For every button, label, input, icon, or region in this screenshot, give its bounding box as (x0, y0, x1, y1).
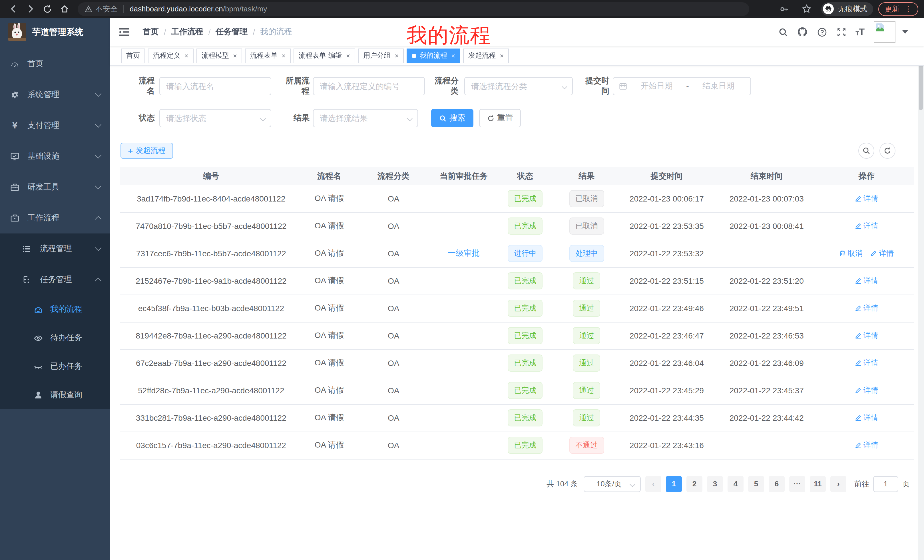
tab[interactable]: 流程模型 × (196, 48, 242, 63)
result-badge: 通过 (573, 409, 600, 427)
tab-close-icon[interactable]: × (394, 52, 399, 60)
gear-icon (10, 90, 20, 99)
search-icon (439, 114, 447, 122)
page-list: 1 2 3 4 5 6 ··· (666, 476, 826, 492)
tab-close-icon[interactable]: × (233, 52, 237, 60)
detail-link[interactable]: 详情 (855, 331, 878, 341)
process-id: ec45f38f-7b9a-11ec-b03b-acde48001122 (120, 295, 302, 322)
detail-link[interactable]: 详情 (855, 221, 878, 231)
page-button[interactable]: 3 (707, 476, 723, 492)
tab-close-icon[interactable]: × (346, 52, 350, 60)
detail-link[interactable]: 详情 (855, 358, 878, 368)
reload-icon[interactable] (40, 1, 55, 16)
process-name: OA 请假 (302, 377, 356, 404)
github-icon[interactable] (797, 27, 807, 37)
show-search-button[interactable] (858, 143, 874, 159)
tab[interactable]: 流程定义 × (148, 48, 194, 63)
page-button[interactable]: 11 (810, 476, 826, 492)
detail-link[interactable]: 详情 (871, 248, 894, 259)
sidebar-item-payment[interactable]: ¥ 支付管理 (0, 110, 110, 141)
date-range-picker[interactable]: 开始日期 - 结束日期 (613, 77, 751, 95)
current-task-link[interactable]: 一级审批 (448, 248, 480, 258)
tab-close-icon[interactable]: × (451, 52, 455, 60)
process-id: 03c6c157-7b9a-11ec-a290-acde48001122 (120, 431, 302, 459)
home-icon[interactable] (57, 1, 72, 16)
reset-button[interactable]: 重置 (479, 109, 521, 127)
page-button[interactable]: 1 (666, 476, 682, 492)
detail-link[interactable]: 详情 (855, 276, 878, 286)
bookmark-star-icon[interactable] (799, 1, 814, 16)
browser-update-button[interactable]: 更新 ⋮ (878, 2, 918, 16)
prev-page-button[interactable]: ‹ (645, 476, 661, 492)
browser-menu-icon[interactable]: ⋮ (904, 5, 912, 13)
goto-page-input[interactable] (873, 476, 898, 492)
password-key-icon[interactable] (777, 1, 792, 16)
chevron-down-icon (95, 245, 102, 251)
sidebar-item-system[interactable]: 系统管理 (0, 79, 110, 110)
url-separator (123, 5, 124, 13)
url-bar[interactable]: 不安全 dashboard.yudao.iocoder.cn/bpm/task/… (78, 2, 749, 16)
sidebar-item-done-tasks[interactable]: 已办任务 (0, 352, 110, 381)
sidebar-collapse-icon[interactable] (118, 26, 130, 38)
sidebar-item-workflow[interactable]: 工作流程 (0, 203, 110, 234)
result-badge: 通过 (573, 300, 600, 317)
edit-icon (855, 387, 862, 394)
sidebar-item-my-process[interactable]: 我的流程 (0, 295, 110, 324)
end-time: 2022-01-23 00:07:03 (714, 185, 819, 213)
status-select[interactable] (160, 109, 271, 127)
avatar[interactable] (874, 21, 896, 43)
detail-link[interactable]: 详情 (855, 303, 878, 313)
sidebar-item-todo-tasks[interactable]: 待办任务 (0, 324, 110, 352)
sidebar-item-leave-query[interactable]: 请假查询 (0, 381, 110, 409)
sidebar-item-devtools[interactable]: 研发工具 (0, 172, 110, 203)
tab[interactable]: 流程表单 × (245, 48, 291, 63)
tab-close-icon[interactable]: × (282, 52, 285, 60)
fullscreen-icon[interactable] (836, 27, 846, 37)
detail-link[interactable]: 详情 (855, 440, 878, 451)
sidebar-item-task-mgmt[interactable]: 任务管理 (0, 264, 110, 295)
tab[interactable]: 我的流程 × (406, 48, 460, 63)
page-button[interactable]: 4 (728, 476, 744, 492)
tab[interactable]: 流程表单-编辑 × (294, 48, 355, 63)
process-definition-input[interactable] (314, 78, 424, 95)
tab-close-icon[interactable]: × (500, 52, 504, 60)
search-button[interactable]: 搜索 (431, 109, 473, 127)
detail-link[interactable]: 详情 (855, 413, 878, 423)
page-button[interactable]: ··· (789, 476, 805, 492)
help-icon[interactable] (817, 27, 827, 37)
page-button[interactable]: 6 (769, 476, 784, 492)
process-name-input[interactable] (160, 78, 271, 95)
app-logo[interactable]: 芋道管理系统 (0, 18, 110, 46)
page-button[interactable]: 2 (686, 476, 702, 492)
security-indicator[interactable]: 不安全 (84, 4, 118, 14)
end-time: 2022-01-22 23:45:37 (714, 377, 819, 404)
monitor-icon (10, 152, 20, 161)
page-button[interactable]: 5 (748, 476, 764, 492)
breadcrumb-task-mgmt[interactable]: 任务管理 (216, 27, 248, 37)
cancel-link[interactable]: 取消 (839, 248, 862, 259)
forward-icon[interactable] (23, 1, 38, 16)
result-select[interactable] (314, 109, 417, 127)
page-scrollbar[interactable] (918, 18, 924, 560)
refresh-table-button[interactable] (879, 143, 896, 159)
tab[interactable]: 用户分组 × (358, 48, 404, 63)
back-icon[interactable] (6, 1, 21, 16)
tab[interactable]: 首页 (121, 48, 145, 63)
process-category-select[interactable] (465, 78, 572, 95)
search-icon[interactable] (778, 27, 788, 37)
font-size-icon[interactable]: TT (855, 27, 865, 36)
submit-time: 2022-01-22 23:53:32 (620, 240, 714, 267)
detail-link[interactable]: 详情 (855, 385, 878, 395)
detail-link[interactable]: 详情 (855, 193, 878, 204)
next-page-button[interactable]: › (830, 476, 846, 492)
page-size-select[interactable] (584, 476, 641, 492)
avatar-dropdown-icon[interactable] (902, 30, 908, 34)
tab-close-icon[interactable]: × (184, 52, 189, 60)
breadcrumb-workflow[interactable]: 工作流程 (171, 27, 203, 37)
create-process-button[interactable]: + 发起流程 (120, 143, 173, 159)
sidebar-item-infra[interactable]: 基础设施 (0, 141, 110, 172)
sidebar-item-process-mgmt[interactable]: 流程管理 (0, 234, 110, 264)
breadcrumb-home[interactable]: 首页 (143, 27, 159, 37)
tab[interactable]: 发起流程 × (463, 48, 509, 63)
sidebar-item-home[interactable]: 首页 (0, 48, 110, 79)
